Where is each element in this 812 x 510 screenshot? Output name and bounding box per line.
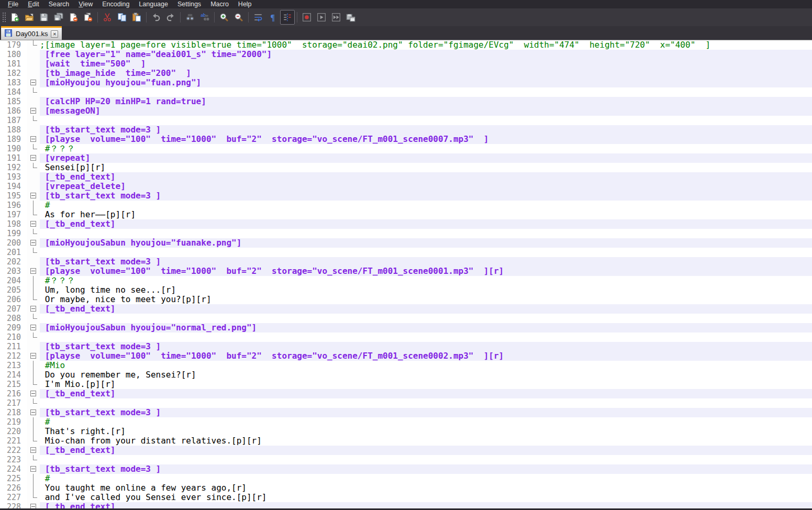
close-all-button[interactable]: [81, 10, 95, 25]
code-line[interactable]: Mio-chan from your distant relatives.[p]…: [40, 436, 812, 446]
fold-margin[interactable]: [27, 276, 40, 285]
fold-collapse-icon[interactable]: [30, 193, 36, 198]
fold-collapse-icon[interactable]: [30, 80, 36, 85]
fold-margin[interactable]: [27, 172, 40, 182]
fold-margin[interactable]: [27, 408, 40, 417]
fold-margin[interactable]: [27, 248, 40, 257]
code-line[interactable]: Sensei[p][r]: [40, 163, 812, 172]
fold-margin[interactable]: [27, 59, 40, 69]
word-wrap-button[interactable]: [251, 10, 265, 25]
code-line[interactable]: [mioHyoujouSabun hyoujou="normal_red.png…: [40, 323, 812, 332]
code-line[interactable]: #: [40, 417, 812, 427]
code-line[interactable]: [vrepeat]: [40, 153, 812, 163]
code-line[interactable]: [tb_start_text mode=3 ]: [40, 191, 812, 201]
fold-margin[interactable]: [27, 351, 40, 361]
code-line[interactable]: [40, 314, 812, 323]
code-line[interactable]: I'm Mio.[p][r]: [40, 380, 812, 389]
fold-collapse-icon[interactable]: [30, 268, 36, 274]
fold-collapse-icon[interactable]: [30, 409, 36, 415]
fold-margin[interactable]: [27, 219, 40, 229]
fold-collapse-icon[interactable]: [30, 108, 36, 114]
code-line[interactable]: [tb_start_text mode=3 ]: [40, 257, 812, 267]
run-macro-multiple-button[interactable]: [329, 10, 343, 25]
new-file-button[interactable]: [7, 10, 22, 25]
code-line[interactable]: Um, long time no see...[r]: [40, 285, 812, 295]
fold-margin[interactable]: [27, 304, 40, 314]
menu-item-help[interactable]: Help: [233, 0, 257, 8]
menu-item-settings[interactable]: Settings: [173, 0, 206, 8]
code-line[interactable]: [playse volume="100" time="1000" buf="2"…: [40, 267, 812, 276]
fold-margin[interactable]: [27, 153, 40, 163]
code-line[interactable]: [mioHyoujou hyoujou="fuan.png"]: [40, 78, 812, 87]
tab-close-icon[interactable]: ✕: [51, 30, 58, 38]
fold-margin[interactable]: [27, 436, 40, 446]
code-line[interactable]: [_tb_end_text]: [40, 389, 812, 398]
undo-button[interactable]: [149, 10, 163, 25]
fold-margin[interactable]: [27, 125, 40, 135]
code-line[interactable]: You taught me online a few years ago,[r]: [40, 483, 812, 493]
fold-margin[interactable]: [27, 380, 40, 389]
fold-margin[interactable]: [27, 40, 40, 50]
fold-margin[interactable]: [27, 144, 40, 153]
code-line[interactable]: [40, 116, 812, 125]
code-line[interactable]: [tb_start_text mode=3 ]: [40, 408, 812, 417]
fold-margin[interactable]: [27, 182, 40, 191]
save-macro-button[interactable]: [343, 10, 358, 25]
code-line[interactable]: [40, 455, 812, 464]
code-line[interactable]: [playse volume="100" time="1000" buf="2"…: [40, 135, 812, 144]
menu-item-encoding[interactable]: Encoding: [97, 0, 134, 8]
fold-margin[interactable]: [27, 135, 40, 144]
fold-margin[interactable]: [27, 455, 40, 464]
code-line[interactable]: [40, 398, 812, 408]
play-macro-button[interactable]: [314, 10, 329, 25]
code-line[interactable]: [_tb_end_text]: [40, 219, 812, 229]
menu-item-view[interactable]: View: [74, 0, 97, 8]
fold-margin[interactable]: [27, 427, 40, 436]
code-line[interactable]: ;[image layer=1 page=fore visible=true t…: [40, 40, 812, 50]
menu-item-search[interactable]: Search: [44, 0, 74, 8]
fold-margin[interactable]: [27, 398, 40, 408]
zoom-in-button[interactable]: [217, 10, 231, 25]
fold-margin[interactable]: [27, 342, 40, 351]
tab-day001[interactable]: Day001.ks ✕: [1, 26, 62, 40]
code-line[interactable]: [vrepeat_delete]: [40, 182, 812, 191]
code-line[interactable]: and I've called you Sensei ever since.[p…: [40, 493, 812, 502]
code-line[interactable]: #？？？: [40, 276, 812, 285]
fold-margin[interactable]: [27, 370, 40, 380]
code-line[interactable]: #: [40, 474, 812, 483]
code-line[interactable]: Do you remember me, Sensei?[r]: [40, 370, 812, 380]
fold-collapse-icon[interactable]: [30, 391, 36, 396]
open-file-button[interactable]: [22, 10, 37, 25]
find-button[interactable]: [183, 10, 197, 25]
save-all-button[interactable]: [51, 10, 66, 25]
code-line[interactable]: [40, 87, 812, 97]
code-line[interactable]: [40, 229, 812, 238]
fold-collapse-icon[interactable]: [30, 240, 36, 246]
paste-button[interactable]: [129, 10, 144, 25]
fold-collapse-icon[interactable]: [30, 353, 36, 359]
code-line[interactable]: [mioHyoujouSabun hyoujou="fuanake.png"]: [40, 238, 812, 248]
show-all-characters-button[interactable]: ¶: [265, 10, 280, 25]
zoom-out-button[interactable]: [231, 10, 246, 25]
fold-margin[interactable]: [27, 417, 40, 427]
record-macro-button[interactable]: [299, 10, 314, 25]
fold-margin[interactable]: [27, 474, 40, 483]
fold-margin[interactable]: [27, 87, 40, 97]
copy-button[interactable]: [115, 10, 129, 25]
fold-collapse-icon[interactable]: [30, 155, 36, 161]
fold-margin[interactable]: [27, 116, 40, 125]
fold-collapse-icon[interactable]: [30, 325, 36, 330]
fold-margin[interactable]: [27, 78, 40, 87]
fold-margin[interactable]: [27, 267, 40, 276]
code-line[interactable]: As for her——[p][r]: [40, 210, 812, 219]
fold-margin[interactable]: [27, 106, 40, 116]
fold-collapse-icon[interactable]: [30, 136, 36, 142]
fold-margin[interactable]: [27, 285, 40, 295]
code-line[interactable]: [tb_start_text mode=3 ]: [40, 342, 812, 351]
code-line[interactable]: [wait time="500" ]: [40, 59, 812, 69]
fold-collapse-icon[interactable]: [30, 466, 36, 472]
cut-button[interactable]: [100, 10, 115, 25]
code-line[interactable]: [_tb_end_text]: [40, 446, 812, 455]
code-line[interactable]: #？？？: [40, 144, 812, 153]
fold-margin[interactable]: [27, 483, 40, 493]
